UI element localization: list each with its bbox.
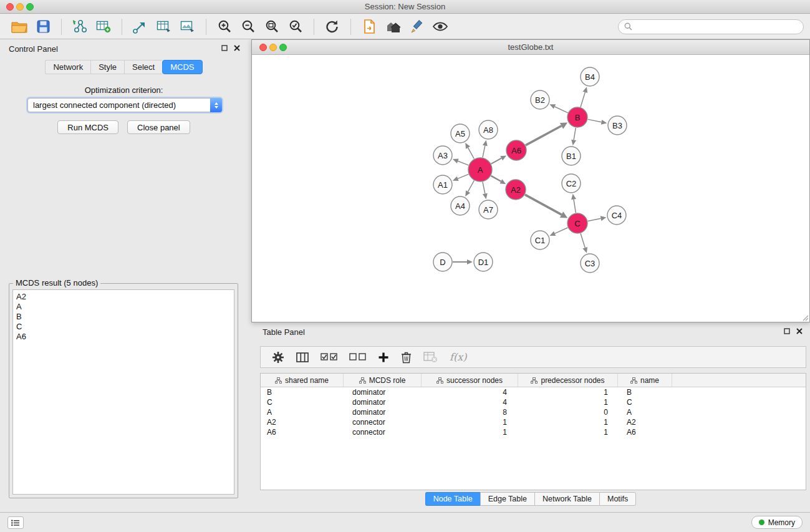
select-all-button[interactable] [321, 353, 337, 361]
add-column-button[interactable] [378, 352, 389, 363]
search-input[interactable] [636, 22, 798, 31]
table-cell[interactable]: A [261, 408, 344, 417]
graph-node-B4[interactable]: B4 [581, 67, 599, 86]
show-columns-button[interactable] [296, 352, 309, 363]
column-header-name[interactable]: name [618, 374, 672, 387]
refresh-layout-button[interactable] [322, 17, 343, 37]
graph-edge-A-A2[interactable] [491, 176, 501, 181]
graph-node-B3[interactable]: B3 [608, 116, 627, 135]
tab-node-table[interactable]: Node Table [425, 492, 480, 506]
column-header-predecessor-nodes[interactable]: predecessor nodes [518, 374, 618, 387]
table-cell[interactable]: 1 [422, 418, 518, 427]
column-header-mcds-role[interactable]: MCDS role [344, 374, 422, 387]
function-builder-button[interactable]: f(x) [450, 351, 466, 363]
graph-edge-B-B1[interactable] [574, 128, 576, 140]
task-history-button[interactable] [7, 516, 24, 529]
search-box[interactable] [618, 19, 804, 34]
table-cell[interactable]: 1 [518, 418, 618, 427]
import-network-file-button[interactable] [69, 17, 90, 37]
tab-edge-table[interactable]: Edge Table [480, 492, 534, 506]
tab-mcds[interactable]: MCDS [162, 60, 202, 74]
graph-edge-A6-B[interactable] [526, 126, 562, 145]
graph-node-A2[interactable]: A2 [506, 180, 526, 200]
graph-node-A7[interactable]: A7 [479, 200, 498, 219]
table-cell[interactable]: dominator [344, 398, 422, 407]
table-cell[interactable]: 1 [518, 428, 618, 437]
delete-column-button[interactable] [401, 351, 412, 364]
memory-button[interactable]: Memory [751, 516, 803, 529]
graph-edge-C-C3[interactable] [581, 233, 585, 248]
table-row[interactable]: A2connector11A2 [261, 417, 806, 427]
network-window-minimize-button[interactable] [269, 44, 277, 51]
annotation-pencil-button[interactable] [406, 17, 427, 37]
result-item[interactable]: A [16, 302, 231, 312]
tab-style[interactable]: Style [90, 60, 124, 74]
graph-node-A[interactable]: A [468, 158, 492, 181]
control-panel-close-icon[interactable] [234, 45, 240, 51]
graph-edge-A-A8[interactable] [483, 145, 485, 157]
graph-node-D[interactable]: D [433, 253, 452, 271]
graph-node-B2[interactable]: B2 [531, 90, 549, 109]
table-cell[interactable]: dominator [344, 408, 422, 417]
column-header-successor-nodes[interactable]: successor nodes [422, 374, 518, 387]
export-image-button[interactable] [177, 17, 198, 37]
deselect-all-button[interactable] [349, 353, 366, 361]
table-row[interactable]: A6connector11A6 [261, 427, 806, 437]
table-cell[interactable]: C [618, 398, 672, 407]
column-header-shared-name[interactable]: shared name [261, 374, 344, 387]
graph-edge-A-A6[interactable] [491, 158, 502, 164]
control-panel-float-icon[interactable] [221, 45, 228, 51]
result-item[interactable]: C [16, 322, 231, 332]
graph-edge-B-B2[interactable] [555, 107, 568, 113]
delete-table-button[interactable] [423, 351, 438, 363]
graph-node-A5[interactable]: A5 [451, 124, 470, 143]
table-cell[interactable]: 4 [422, 398, 518, 407]
new-network-button[interactable] [130, 17, 151, 37]
table-cell[interactable]: 1 [518, 398, 618, 407]
tab-network[interactable]: Network [45, 60, 90, 74]
save-session-button[interactable] [32, 17, 54, 37]
tab-motifs[interactable]: Motifs [599, 492, 636, 506]
window-resize-handle[interactable] [801, 314, 809, 321]
table-cell[interactable]: 1 [518, 388, 618, 397]
graph-edge-A-A5[interactable] [468, 148, 475, 159]
result-item[interactable]: B [16, 312, 231, 322]
graph-node-C1[interactable]: C1 [531, 231, 549, 249]
network-window-close-button[interactable] [259, 44, 267, 51]
table-cell[interactable]: 0 [518, 408, 618, 417]
network-graph[interactable]: B4B2BB3A5A8A6A3B1AC2A1A2A4A7C4CC1C3DD1 [252, 56, 809, 322]
table-panel-close-icon[interactable] [796, 328, 803, 334]
graph-node-B1[interactable]: B1 [562, 147, 581, 165]
table-cell[interactable]: A [618, 408, 672, 417]
run-mcds-button[interactable]: Run MCDS [57, 120, 118, 134]
table-cell[interactable]: B [261, 388, 344, 397]
graph-edge-B-B4[interactable] [581, 92, 585, 107]
graph-node-D1[interactable]: D1 [474, 253, 493, 271]
table-cell[interactable]: 8 [422, 408, 518, 417]
optimization-criterion-dropdown[interactable]: largest connected component (directed) [27, 98, 222, 112]
network-canvas[interactable]: B4B2BB3A5A8A6A3B1AC2A1A2A4A7C4CC1C3DD1 [252, 56, 809, 322]
table-cell[interactable]: 4 [422, 388, 518, 397]
open-session-button[interactable] [9, 17, 30, 37]
show-hide-button[interactable] [430, 17, 451, 37]
table-cell[interactable]: A6 [261, 428, 344, 437]
table-cell[interactable]: A2 [261, 418, 344, 427]
table-row[interactable]: Adominator80A [261, 407, 806, 417]
graph-edge-C-C1[interactable] [555, 228, 568, 233]
tab-select[interactable]: Select [124, 60, 162, 74]
table-cell[interactable]: dominator [344, 388, 422, 397]
graph-edge-C-C4[interactable] [588, 218, 601, 221]
result-item[interactable]: A2 [16, 292, 231, 302]
table-cell[interactable]: A6 [618, 428, 672, 437]
export-table-button[interactable] [153, 17, 175, 37]
close-panel-button[interactable]: Close panel [127, 120, 190, 134]
graph-node-B[interactable]: B [567, 107, 587, 127]
table-panel-float-icon[interactable] [784, 328, 790, 334]
zoom-out-button[interactable] [238, 17, 259, 37]
network-window-zoom-button[interactable] [279, 44, 287, 51]
table-cell[interactable]: A2 [618, 418, 672, 427]
graph-node-A8[interactable]: A8 [479, 120, 498, 139]
result-item[interactable]: A6 [16, 332, 231, 342]
graph-edge-A-A4[interactable] [468, 181, 475, 192]
table-cell[interactable]: B [618, 388, 672, 397]
